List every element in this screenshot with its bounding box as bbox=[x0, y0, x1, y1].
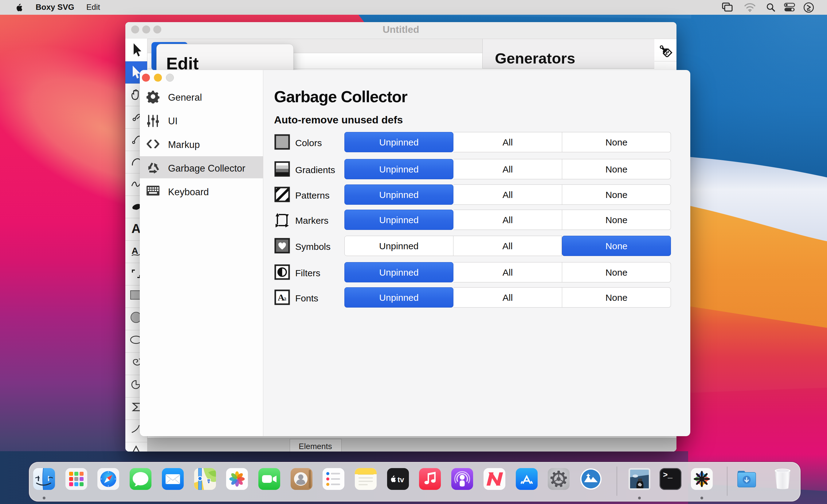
svg-text:A: A bbox=[132, 221, 141, 236]
svg-text:>_: >_ bbox=[663, 470, 673, 480]
svg-text:A: A bbox=[132, 245, 138, 256]
svg-text:a: a bbox=[284, 295, 287, 302]
svg-text:tv: tv bbox=[397, 475, 404, 484]
svg-text:280: 280 bbox=[206, 480, 211, 483]
